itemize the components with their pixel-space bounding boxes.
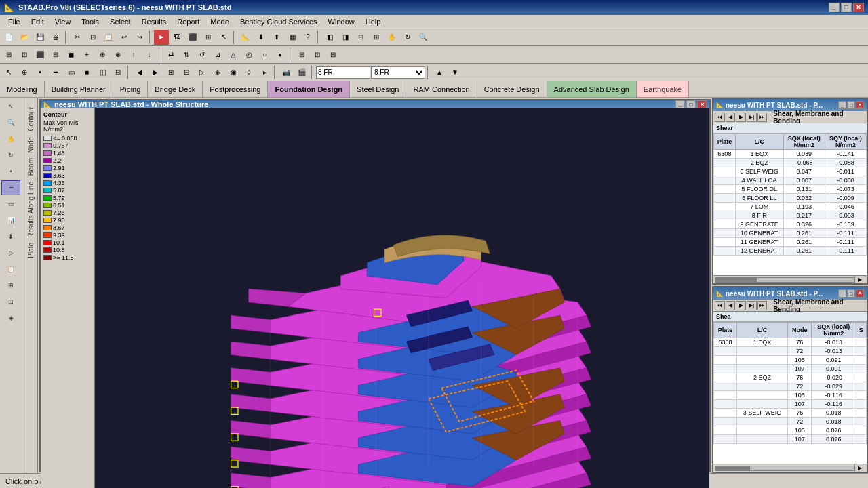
tb3-anim4[interactable]: ◈ bbox=[210, 65, 225, 80]
sidebar-misc3[interactable]: ◈ bbox=[1, 310, 20, 325]
sidebar-select[interactable]: ↖ bbox=[1, 99, 20, 114]
tab-piping[interactable]: Piping bbox=[113, 81, 149, 97]
tb-rotate[interactable]: ↻ bbox=[400, 30, 415, 45]
tb-redo[interactable]: ↪ bbox=[132, 30, 147, 45]
sidebar-rotate[interactable]: ↻ bbox=[1, 148, 20, 163]
sidebar-misc2[interactable]: ⊡ bbox=[1, 294, 20, 309]
tb-print[interactable]: 🖨 bbox=[48, 30, 63, 45]
menu-window[interactable]: Window bbox=[323, 16, 360, 27]
tb-paste[interactable]: 📋 bbox=[101, 30, 116, 45]
tb3-snap[interactable]: ⊕ bbox=[17, 65, 32, 80]
tb3-anim7[interactable]: ▸ bbox=[257, 65, 272, 80]
tab-modeling[interactable]: Modeling bbox=[0, 81, 45, 97]
tb-zoom-in[interactable]: 🔍 bbox=[416, 30, 431, 45]
tb3-disp2[interactable]: ▼ bbox=[448, 65, 462, 80]
panel2-scrollbar[interactable]: ▶ bbox=[713, 464, 867, 472]
p1-minimize[interactable]: _ bbox=[838, 101, 846, 109]
tab-ram-connection[interactable]: RAM Connection bbox=[406, 81, 477, 97]
tb2-17[interactable]: ○ bbox=[257, 47, 272, 62]
tb-struct[interactable]: 🏗 bbox=[170, 30, 184, 45]
tb3-cam[interactable]: 📷 bbox=[279, 65, 294, 80]
tb-analysis[interactable]: ▦ bbox=[285, 30, 300, 45]
tb3-anim3[interactable]: ▷ bbox=[195, 65, 210, 80]
panel2-table-scroll[interactable]: Plate L/C Node SQX (local)N/mm2 S 63081 … bbox=[713, 322, 867, 464]
tb-save[interactable]: 💾 bbox=[33, 30, 47, 45]
p2-maximize[interactable]: □ bbox=[847, 289, 855, 298]
p1-nav-next[interactable]: ▶| bbox=[747, 113, 757, 122]
p1-maximize[interactable]: □ bbox=[847, 101, 855, 109]
menu-edit[interactable]: Edit bbox=[26, 16, 50, 27]
p1-nav-prev[interactable]: ◀ bbox=[726, 113, 736, 122]
sidebar-node[interactable]: • bbox=[1, 164, 20, 179]
sidebar-zoom[interactable]: 🔍 bbox=[1, 115, 20, 130]
tb2-21[interactable]: ⊟ bbox=[326, 47, 340, 62]
tb3-anim1[interactable]: ⊞ bbox=[163, 65, 178, 80]
tb-mesh[interactable]: ⬛ bbox=[185, 30, 200, 45]
tb2-11[interactable]: ⇄ bbox=[163, 47, 178, 62]
tab-concrete-design[interactable]: Concrete Design bbox=[477, 81, 547, 97]
tb-view2[interactable]: ◨ bbox=[338, 30, 353, 45]
tb2-12[interactable]: ⇅ bbox=[179, 47, 194, 62]
panel1-scrollbar[interactable]: ▶ bbox=[713, 275, 867, 283]
tb2-20[interactable]: ⊡ bbox=[310, 47, 325, 62]
sidebar-plate[interactable]: ▭ bbox=[1, 197, 20, 211]
p1-scrollbar-track[interactable] bbox=[715, 277, 854, 283]
p2-scrollbar-track[interactable] bbox=[715, 466, 854, 471]
tab-advanced-slab[interactable]: Advanced Slab Design bbox=[547, 81, 637, 97]
vp-close[interactable]: ✕ bbox=[697, 100, 707, 108]
menu-file[interactable]: File bbox=[3, 16, 26, 27]
tb2-7[interactable]: ⊕ bbox=[95, 47, 110, 62]
menu-select[interactable]: Select bbox=[104, 16, 136, 27]
p2-scroll-right[interactable]: ▶ bbox=[854, 464, 865, 473]
tb-cut[interactable]: ✂ bbox=[70, 30, 85, 45]
p1-nav-last[interactable]: ⏭ bbox=[757, 113, 768, 122]
tb3-surface[interactable]: ◫ bbox=[95, 65, 110, 80]
load-selector[interactable] bbox=[316, 66, 370, 79]
tab-steel-design[interactable]: Steel Design bbox=[350, 81, 406, 97]
tb-open[interactable]: 📂 bbox=[17, 30, 32, 45]
vp-maximize[interactable]: □ bbox=[686, 100, 696, 108]
tb3-disp1[interactable]: ▲ bbox=[432, 65, 447, 80]
sidebar-anim[interactable]: ▷ bbox=[1, 245, 20, 260]
panel1-table-scroll[interactable]: Plate L/C SQX (local)N/mm2 SQY (local)N/… bbox=[713, 134, 867, 275]
sidebar-misc1[interactable]: ⊞ bbox=[1, 278, 20, 293]
p2-scrollbar-thumb[interactable] bbox=[715, 466, 750, 470]
tb2-18[interactable]: ● bbox=[273, 47, 288, 62]
tb2-1[interactable]: ⊞ bbox=[1, 47, 16, 62]
menu-view[interactable]: View bbox=[50, 16, 77, 27]
tb3-group[interactable]: ⊟ bbox=[111, 65, 125, 80]
tab-building-planner[interactable]: Building Planner bbox=[45, 81, 113, 97]
p1-nav-first[interactable]: ⏮ bbox=[715, 113, 725, 122]
tb3-solid[interactable]: ■ bbox=[79, 65, 94, 80]
p2-minimize[interactable]: _ bbox=[838, 289, 846, 298]
tb-view1[interactable]: ◧ bbox=[322, 30, 337, 45]
tb-view3[interactable]: ⊟ bbox=[353, 30, 368, 45]
p2-close[interactable]: ✕ bbox=[856, 289, 864, 298]
tb-load[interactable]: ⬇ bbox=[254, 30, 269, 45]
tab-foundation-design[interactable]: Foundation Design bbox=[268, 81, 350, 97]
tb2-16[interactable]: ◎ bbox=[241, 47, 256, 62]
tb3-beam[interactable]: ━ bbox=[48, 65, 63, 80]
close-button[interactable]: ✕ bbox=[853, 3, 864, 12]
tb-view4[interactable]: ⊞ bbox=[369, 30, 384, 45]
tb2-9[interactable]: ↑ bbox=[126, 47, 141, 62]
tb2-5[interactable]: ◼ bbox=[64, 47, 79, 62]
tab-bridge-deck[interactable]: Bridge Deck bbox=[148, 81, 203, 97]
tb-help-q[interactable]: ? bbox=[300, 30, 315, 45]
sidebar-pan[interactable]: ✋ bbox=[1, 131, 20, 146]
tb2-2[interactable]: ⊡ bbox=[17, 47, 32, 62]
minimize-button[interactable]: _ bbox=[829, 3, 840, 12]
maximize-button[interactable]: □ bbox=[841, 3, 852, 12]
tb-copy[interactable]: ⊡ bbox=[85, 30, 100, 45]
tb-pan[interactable]: ✋ bbox=[384, 30, 399, 45]
p1-close[interactable]: ✕ bbox=[856, 101, 864, 109]
p1-nav-play[interactable]: ▶ bbox=[736, 113, 746, 122]
tb2-4[interactable]: ⊟ bbox=[48, 47, 63, 62]
sidebar-reports[interactable]: 📋 bbox=[1, 262, 20, 277]
menu-mode[interactable]: Mode bbox=[205, 16, 235, 27]
tb3-node[interactable]: • bbox=[33, 65, 47, 80]
load-dropdown[interactable]: 8 FR 1 EQX 2 EQZ bbox=[371, 66, 425, 79]
tb3-anim6[interactable]: ◊ bbox=[241, 65, 256, 80]
tb3-movie[interactable]: 🎬 bbox=[294, 65, 309, 80]
tb3-next[interactable]: ▶ bbox=[148, 65, 163, 80]
